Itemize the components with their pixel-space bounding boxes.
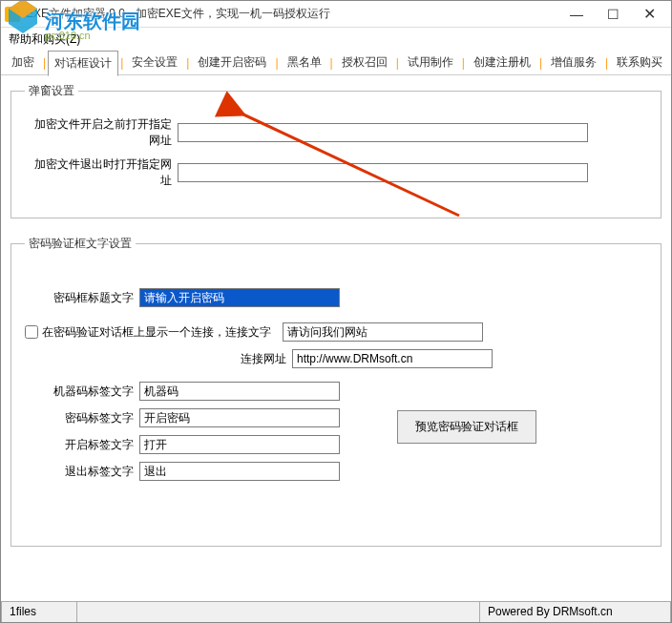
input-title-text[interactable] bbox=[139, 288, 340, 307]
app-icon bbox=[5, 7, 20, 22]
tab-services[interactable]: 增值服务 bbox=[544, 50, 603, 75]
preview-button[interactable]: 预览密码验证对话框 bbox=[397, 410, 536, 444]
tab-security[interactable]: 安全设置 bbox=[125, 50, 184, 75]
content-area: 弹窗设置 加密文件开启之前打开指定网址 加密文件退出时打开指定网址 密码验证框文… bbox=[1, 75, 671, 571]
tab-trial[interactable]: 试用制作 bbox=[401, 50, 460, 75]
input-url-before[interactable] bbox=[178, 123, 588, 142]
popup-settings-legend: 弹窗设置 bbox=[25, 83, 78, 99]
statusbar: 1files Powered By DRMsoft.cn bbox=[1, 601, 671, 622]
menu-help[interactable]: 帮助和购买(Z) bbox=[9, 31, 80, 48]
tab-register[interactable]: 创建注册机 bbox=[467, 50, 537, 75]
window-title: EXE文件加密器 9.0 - 加密EXE文件，实现一机一码授权运行 bbox=[26, 6, 558, 22]
password-dialog-group: 密码验证框文字设置 密码框标题文字 在密码验证对话框上显示一个连接，连接文字 连… bbox=[10, 236, 662, 547]
tab-contact[interactable]: 联系购买 bbox=[610, 50, 669, 75]
input-link-url[interactable] bbox=[292, 349, 493, 368]
window-controls: — ☐ ✕ bbox=[558, 2, 667, 27]
tabbar: 加密| 对话框设计| 安全设置| 创建开启密码| 黑名单| 授权召回| 试用制作… bbox=[1, 51, 671, 75]
tab-blacklist[interactable]: 黑名单 bbox=[281, 50, 328, 75]
input-link-text[interactable] bbox=[283, 322, 483, 342]
input-exit-label[interactable] bbox=[139, 462, 340, 481]
maximize-button[interactable]: ☐ bbox=[595, 2, 631, 27]
label-exit: 退出标签文字 bbox=[25, 464, 139, 480]
label-show-link: 在密码验证对话框上显示一个连接，连接文字 bbox=[42, 324, 277, 341]
input-open-label[interactable] bbox=[139, 435, 340, 454]
tab-revoke[interactable]: 授权召回 bbox=[335, 50, 394, 75]
label-title-text: 密码框标题文字 bbox=[25, 290, 139, 306]
minimize-button[interactable]: — bbox=[558, 2, 595, 27]
tab-create-password[interactable]: 创建开启密码 bbox=[191, 50, 273, 75]
password-dialog-legend: 密码验证框文字设置 bbox=[25, 236, 136, 252]
popup-settings-group: 弹窗设置 加密文件开启之前打开指定网址 加密文件退出时打开指定网址 bbox=[10, 83, 662, 218]
label-password: 密码标签文字 bbox=[25, 410, 139, 426]
tab-dialog-design[interactable]: 对话框设计 bbox=[48, 51, 118, 76]
titlebar: EXE文件加密器 9.0 - 加密EXE文件，实现一机一码授权运行 — ☐ ✕ bbox=[1, 1, 671, 28]
close-button[interactable]: ✕ bbox=[631, 2, 667, 27]
tab-encrypt[interactable]: 加密 bbox=[5, 50, 41, 75]
status-powered: Powered By DRMsoft.cn bbox=[480, 602, 671, 622]
label-url-before: 加密文件开启之前打开指定网址 bbox=[25, 116, 178, 149]
label-link-url: 连接网址 bbox=[25, 351, 292, 367]
label-machine-code: 机器码标签文字 bbox=[25, 384, 139, 400]
menubar: 帮助和购买(Z) bbox=[1, 28, 671, 51]
input-password-label[interactable] bbox=[139, 408, 340, 427]
label-open: 开启标签文字 bbox=[25, 437, 139, 453]
checkbox-show-link[interactable] bbox=[25, 325, 38, 339]
input-machine-code[interactable] bbox=[139, 382, 340, 401]
status-files: 1files bbox=[1, 602, 77, 622]
label-url-exit: 加密文件退出时打开指定网址 bbox=[25, 156, 178, 189]
input-url-exit[interactable] bbox=[178, 163, 588, 182]
